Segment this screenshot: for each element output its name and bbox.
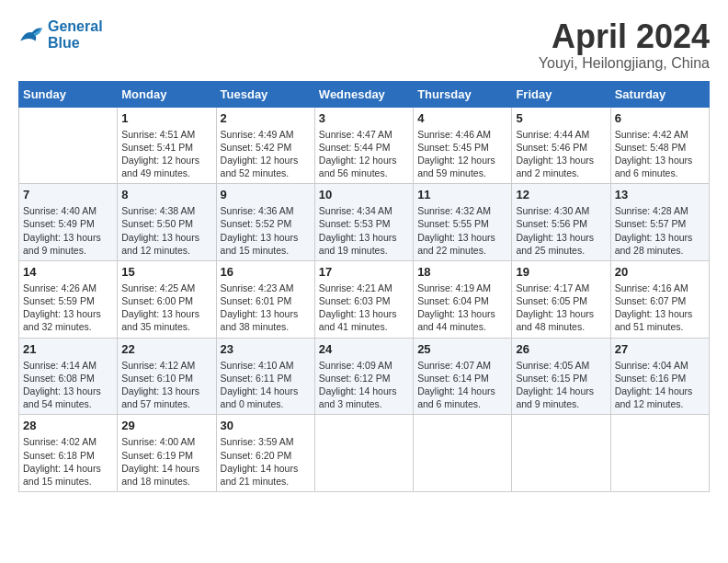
weekday-header: Saturday bbox=[610, 81, 709, 107]
day-info: Sunrise: 4:09 AMSunset: 6:12 PMDaylight:… bbox=[319, 359, 409, 411]
day-number: 29 bbox=[121, 419, 211, 432]
day-info: Sunrise: 4:42 AMSunset: 5:48 PMDaylight:… bbox=[615, 128, 705, 180]
day-number: 26 bbox=[516, 342, 606, 356]
calendar-cell: 21Sunrise: 4:14 AMSunset: 6:08 PMDayligh… bbox=[19, 338, 118, 415]
weekday-header: Monday bbox=[118, 81, 216, 107]
day-info: Sunrise: 4:17 AMSunset: 6:05 PMDaylight:… bbox=[516, 282, 606, 334]
day-number: 6 bbox=[615, 111, 705, 125]
day-number: 8 bbox=[121, 188, 211, 201]
calendar-cell bbox=[19, 107, 118, 184]
day-number: 12 bbox=[516, 188, 606, 201]
calendar-cell bbox=[314, 415, 413, 492]
day-number: 2 bbox=[221, 111, 311, 125]
calendar-cell: 25Sunrise: 4:07 AMSunset: 6:14 PMDayligh… bbox=[414, 338, 512, 415]
calendar-cell: 6Sunrise: 4:42 AMSunset: 5:48 PMDaylight… bbox=[610, 107, 709, 184]
calendar-cell: 24Sunrise: 4:09 AMSunset: 6:12 PMDayligh… bbox=[314, 338, 413, 415]
day-info: Sunrise: 4:10 AMSunset: 6:11 PMDaylight:… bbox=[221, 359, 311, 411]
day-info: Sunrise: 4:38 AMSunset: 5:50 PMDaylight:… bbox=[121, 204, 211, 257]
calendar-cell: 27Sunrise: 4:04 AMSunset: 6:16 PMDayligh… bbox=[610, 338, 709, 415]
calendar-cell: 3Sunrise: 4:47 AMSunset: 5:44 PMDaylight… bbox=[314, 107, 413, 184]
calendar-cell: 29Sunrise: 4:00 AMSunset: 6:19 PMDayligh… bbox=[118, 415, 216, 492]
calendar-week-row: 28Sunrise: 4:02 AMSunset: 6:18 PMDayligh… bbox=[19, 415, 710, 492]
day-info: Sunrise: 4:26 AMSunset: 5:59 PMDaylight:… bbox=[23, 282, 113, 334]
calendar-cell: 10Sunrise: 4:34 AMSunset: 5:53 PMDayligh… bbox=[314, 184, 413, 261]
calendar-cell: 1Sunrise: 4:51 AMSunset: 5:41 PMDaylight… bbox=[118, 107, 216, 184]
calendar-week-row: 7Sunrise: 4:40 AMSunset: 5:49 PMDaylight… bbox=[19, 184, 710, 261]
weekday-header: Sunday bbox=[19, 81, 118, 107]
day-number: 27 bbox=[615, 342, 705, 356]
calendar-cell: 16Sunrise: 4:23 AMSunset: 6:01 PMDayligh… bbox=[216, 260, 314, 338]
day-number: 3 bbox=[319, 111, 409, 125]
weekday-header: Tuesday bbox=[216, 81, 314, 107]
day-info: Sunrise: 4:02 AMSunset: 6:18 PMDaylight:… bbox=[23, 435, 113, 488]
day-info: Sunrise: 4:40 AMSunset: 5:49 PMDaylight:… bbox=[23, 204, 113, 257]
day-number: 16 bbox=[221, 265, 311, 279]
day-info: Sunrise: 4:34 AMSunset: 5:53 PMDaylight:… bbox=[319, 204, 409, 257]
calendar-table: SundayMondayTuesdayWednesdayThursdayFrid… bbox=[18, 81, 710, 492]
day-info: Sunrise: 4:19 AMSunset: 6:04 PMDaylight:… bbox=[417, 282, 507, 334]
logo-text: General Blue bbox=[48, 18, 103, 52]
calendar-cell: 28Sunrise: 4:02 AMSunset: 6:18 PMDayligh… bbox=[19, 415, 118, 492]
weekday-header-row: SundayMondayTuesdayWednesdayThursdayFrid… bbox=[19, 81, 710, 107]
day-info: Sunrise: 4:12 AMSunset: 6:10 PMDaylight:… bbox=[121, 359, 211, 411]
day-number: 1 bbox=[121, 111, 211, 125]
calendar-cell: 19Sunrise: 4:17 AMSunset: 6:05 PMDayligh… bbox=[512, 260, 610, 338]
day-info: Sunrise: 4:04 AMSunset: 6:16 PMDaylight:… bbox=[615, 359, 705, 411]
calendar-cell: 17Sunrise: 4:21 AMSunset: 6:03 PMDayligh… bbox=[314, 260, 413, 338]
day-info: Sunrise: 4:00 AMSunset: 6:19 PMDaylight:… bbox=[121, 435, 211, 488]
day-number: 14 bbox=[23, 265, 113, 279]
day-info: Sunrise: 4:32 AMSunset: 5:55 PMDaylight:… bbox=[417, 204, 507, 257]
day-info: Sunrise: 4:07 AMSunset: 6:14 PMDaylight:… bbox=[417, 359, 507, 411]
day-info: Sunrise: 4:28 AMSunset: 5:57 PMDaylight:… bbox=[615, 204, 705, 257]
weekday-header: Friday bbox=[512, 81, 610, 107]
month-title: April 2024 bbox=[539, 18, 710, 55]
day-info: Sunrise: 4:36 AMSunset: 5:52 PMDaylight:… bbox=[221, 204, 311, 257]
day-number: 24 bbox=[319, 342, 409, 356]
calendar-cell: 11Sunrise: 4:32 AMSunset: 5:55 PMDayligh… bbox=[414, 184, 512, 261]
calendar-cell: 30Sunrise: 3:59 AMSunset: 6:20 PMDayligh… bbox=[216, 415, 314, 492]
day-info: Sunrise: 4:51 AMSunset: 5:41 PMDaylight:… bbox=[121, 128, 211, 180]
day-info: Sunrise: 4:47 AMSunset: 5:44 PMDaylight:… bbox=[319, 128, 409, 180]
calendar-cell: 14Sunrise: 4:26 AMSunset: 5:59 PMDayligh… bbox=[19, 260, 118, 338]
calendar-cell: 18Sunrise: 4:19 AMSunset: 6:04 PMDayligh… bbox=[414, 260, 512, 338]
calendar-cell bbox=[512, 415, 610, 492]
day-number: 10 bbox=[319, 188, 409, 201]
calendar-cell: 20Sunrise: 4:16 AMSunset: 6:07 PMDayligh… bbox=[610, 260, 709, 338]
day-info: Sunrise: 3:59 AMSunset: 6:20 PMDaylight:… bbox=[221, 435, 311, 488]
weekday-header: Wednesday bbox=[314, 81, 413, 107]
calendar-cell: 26Sunrise: 4:05 AMSunset: 6:15 PMDayligh… bbox=[512, 338, 610, 415]
day-info: Sunrise: 4:21 AMSunset: 6:03 PMDaylight:… bbox=[319, 282, 409, 334]
weekday-header: Thursday bbox=[414, 81, 512, 107]
calendar-week-row: 1Sunrise: 4:51 AMSunset: 5:41 PMDaylight… bbox=[19, 107, 710, 184]
day-number: 30 bbox=[221, 419, 311, 432]
day-number: 18 bbox=[417, 265, 507, 279]
calendar-cell: 12Sunrise: 4:30 AMSunset: 5:56 PMDayligh… bbox=[512, 184, 610, 261]
calendar-cell: 22Sunrise: 4:12 AMSunset: 6:10 PMDayligh… bbox=[118, 338, 216, 415]
calendar-cell: 7Sunrise: 4:40 AMSunset: 5:49 PMDaylight… bbox=[19, 184, 118, 261]
calendar-cell bbox=[610, 415, 709, 492]
day-number: 15 bbox=[121, 265, 211, 279]
calendar-cell: 13Sunrise: 4:28 AMSunset: 5:57 PMDayligh… bbox=[610, 184, 709, 261]
day-number: 7 bbox=[23, 188, 113, 201]
day-info: Sunrise: 4:49 AMSunset: 5:42 PMDaylight:… bbox=[221, 128, 311, 180]
day-number: 13 bbox=[615, 188, 705, 201]
day-number: 28 bbox=[23, 419, 113, 432]
day-info: Sunrise: 4:14 AMSunset: 6:08 PMDaylight:… bbox=[23, 359, 113, 411]
day-number: 25 bbox=[417, 342, 507, 356]
header: General Blue April 2024 Youyi, Heilongji… bbox=[18, 18, 710, 72]
day-info: Sunrise: 4:46 AMSunset: 5:45 PMDaylight:… bbox=[417, 128, 507, 180]
day-info: Sunrise: 4:16 AMSunset: 6:07 PMDaylight:… bbox=[615, 282, 705, 334]
calendar-cell: 8Sunrise: 4:38 AMSunset: 5:50 PMDaylight… bbox=[118, 184, 216, 261]
calendar-cell bbox=[414, 415, 512, 492]
day-info: Sunrise: 4:25 AMSunset: 6:00 PMDaylight:… bbox=[121, 282, 211, 334]
calendar-cell: 5Sunrise: 4:44 AMSunset: 5:46 PMDaylight… bbox=[512, 107, 610, 184]
day-number: 22 bbox=[121, 342, 211, 356]
day-number: 19 bbox=[516, 265, 606, 279]
day-number: 9 bbox=[221, 188, 311, 201]
calendar-cell: 2Sunrise: 4:49 AMSunset: 5:42 PMDaylight… bbox=[216, 107, 314, 184]
day-info: Sunrise: 4:44 AMSunset: 5:46 PMDaylight:… bbox=[516, 128, 606, 180]
day-info: Sunrise: 4:05 AMSunset: 6:15 PMDaylight:… bbox=[516, 359, 606, 411]
location-title: Youyi, Heilongjiang, China bbox=[539, 55, 710, 72]
day-number: 17 bbox=[319, 265, 409, 279]
calendar-cell: 4Sunrise: 4:46 AMSunset: 5:45 PMDaylight… bbox=[414, 107, 512, 184]
